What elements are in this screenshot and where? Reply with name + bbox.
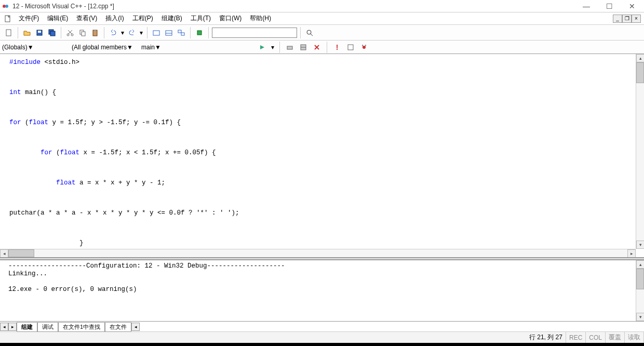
title-bar: 12 - Microsoft Visual C++ - [12.cpp *] —… [0,0,644,12]
undo-dropdown[interactable]: ▾ [120,27,125,38]
function-combo[interactable]: main▼ [141,44,254,51]
output-text: --------------------Configuration: 12 - … [0,260,644,296]
mdi-close-button[interactable]: × [632,15,641,23]
menu-edit[interactable]: 编辑(E) [44,13,71,24]
scroll-left-button[interactable]: ◂ [0,249,8,258]
menu-tools[interactable]: 工具(T) [187,13,214,24]
bookmark-button[interactable] [194,27,205,38]
workspace-button[interactable] [151,27,162,38]
doc-icon [3,14,12,23]
new-file-button[interactable] [3,27,15,38]
compile-button[interactable] [284,42,296,53]
menu-file[interactable]: 文件(F) [16,13,42,24]
window-title: 12 - Microsoft Visual C++ - [12.cpp *] [12,3,580,10]
scroll-down-button[interactable]: ▾ [636,241,644,249]
tab-find-in-files-2[interactable]: 在文件 [105,322,131,332]
open-button[interactable] [21,27,33,38]
svg-rect-14 [153,31,159,35]
code-editor[interactable]: #include <stdio.h> int main() { for (flo… [0,54,644,258]
scroll-up-button[interactable]: ▴ [636,54,644,62]
breakpoint-button[interactable] [358,42,370,53]
scope-combo[interactable]: (Globals)▼ [2,44,70,51]
paste-button[interactable] [89,27,101,38]
find-input[interactable] [212,28,297,38]
maximize-button[interactable]: ☐ [602,2,616,11]
members-combo[interactable]: (All global members▼ [72,44,139,51]
output-scroll-up-button[interactable]: ▴ [636,260,644,269]
tabs-scroll-left2-button[interactable]: ◂ [131,323,140,331]
tab-find-in-files-1[interactable]: 在文件1中查找 [58,322,105,332]
output-tabs: ◂ ▸ 组建 调试 在文件1中查找 在文件 ◂ [0,321,644,331]
undo-button[interactable] [108,27,119,38]
menu-view[interactable]: 查看(V) [73,13,100,24]
tabs-scroll-left-button[interactable]: ◂ [0,323,8,331]
output-button[interactable] [163,27,175,38]
output-vertical-scrollbar[interactable]: ▴ ▾ [636,260,644,321]
standard-toolbar: ▾ ▾ [0,25,644,41]
go-button[interactable] [257,42,268,53]
status-rec: REC [566,332,586,343]
minimize-button[interactable]: — [580,2,593,11]
svg-rect-18 [181,33,184,35]
cut-button[interactable] [64,27,76,38]
execute-button[interactable]: ! [331,42,343,53]
status-ovr: 覆盖 [606,332,625,343]
mdi-restore-button[interactable]: ❐ [622,15,632,23]
window-list-button[interactable] [176,27,187,38]
output-pane: --------------------Configuration: 12 - … [0,260,644,331]
svg-rect-22 [287,46,292,49]
go-dropdown[interactable]: ▾ [270,42,275,53]
save-all-button[interactable] [46,27,58,38]
redo-dropdown[interactable]: ▾ [139,27,144,38]
svg-line-21 [311,34,313,36]
svg-rect-19 [197,31,202,35]
svg-point-20 [307,30,311,34]
tab-build[interactable]: 组建 [17,322,37,332]
go-debugging-button[interactable] [345,42,356,53]
close-button[interactable]: ✕ [625,2,639,11]
build-button[interactable] [298,42,309,53]
save-button[interactable] [34,27,45,38]
svg-rect-5 [38,31,41,33]
svg-rect-17 [178,30,181,33]
status-read: 读取 [625,332,644,343]
svg-rect-7 [50,31,55,36]
output-scroll-down-button[interactable]: ▾ [636,313,644,321]
wizard-toolbar: (Globals)▼ (All global members▼ main▼ ▾ … [0,41,644,54]
menu-build[interactable]: 组建(B) [158,13,185,24]
menu-window[interactable]: 窗口(W) [216,13,245,24]
svg-point-1 [5,5,8,8]
mdi-minimize-button[interactable]: _ [613,15,622,23]
menu-insert[interactable]: 插入(I) [102,13,127,24]
tabs-scroll-right-button[interactable]: ▸ [8,323,17,331]
svg-rect-11 [82,32,85,36]
tab-debug[interactable]: 调试 [37,322,58,332]
scroll-right-button[interactable]: ▸ [627,249,636,258]
redo-button[interactable] [126,27,138,38]
cursor-position: 行 21, 列 27 [526,332,566,343]
find-in-files-button[interactable] [304,27,315,38]
svg-rect-13 [94,30,96,31]
menu-project[interactable]: 工程(P) [129,13,156,24]
menu-bar: 文件(F) 编辑(E) 查看(V) 插入(I) 工程(P) 组建(B) 工具(T… [0,12,644,25]
svg-rect-27 [348,45,353,50]
status-bar: 行 21, 列 27 REC COL 覆盖 读取 [0,331,644,343]
copy-button[interactable] [77,27,88,38]
editor-vertical-scrollbar[interactable]: ▴ ▾ [636,54,644,249]
app-icon [2,3,9,10]
bottom-strip [0,343,644,346]
editor-horizontal-scrollbar[interactable]: ◂ ▸ [0,249,636,257]
svg-rect-3 [6,30,11,36]
status-col: COL [586,332,606,343]
menu-help[interactable]: 帮助(H) [247,13,274,24]
svg-point-28 [363,46,366,49]
stop-build-button[interactable] [311,42,323,53]
